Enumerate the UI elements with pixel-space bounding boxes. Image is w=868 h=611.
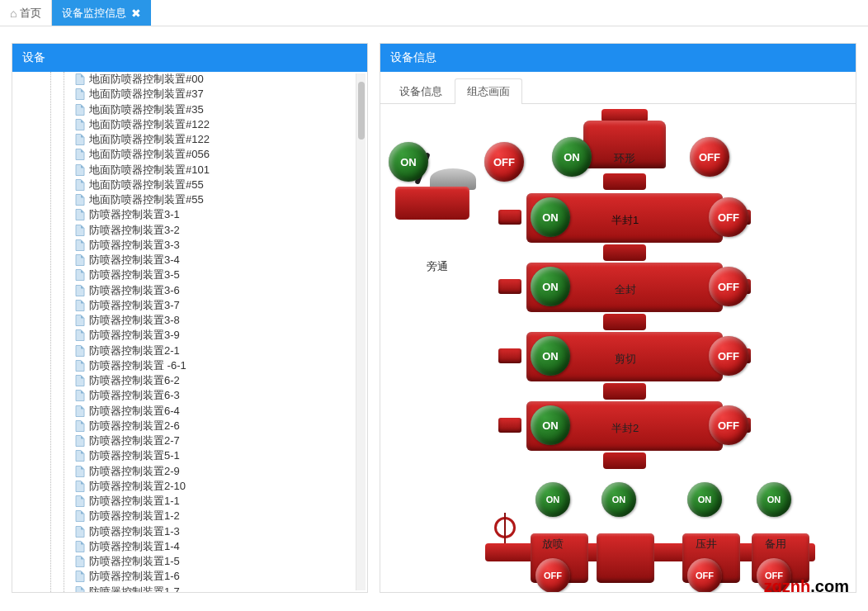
home-icon: ⌂ <box>10 7 17 20</box>
tree-item[interactable]: 防喷器控制装置3-3 <box>74 238 367 253</box>
file-icon <box>74 149 86 160</box>
tab-device-info[interactable]: 设备信息 <box>387 78 455 104</box>
tree-item[interactable]: 防喷器控制装置1-7 <box>74 585 367 593</box>
tree-item[interactable]: 防喷器控制装置3-1 <box>74 207 367 222</box>
tree-item[interactable]: 防喷器控制装置3-2 <box>74 223 367 238</box>
file-icon <box>74 345 86 357</box>
device-tree-body: 地面防喷器控制装置#00地面防喷器控制装置#37地面防喷器控制装置#35地面防喷… <box>12 72 367 592</box>
tree-item-label: 地面防喷器控制装置#35 <box>89 103 204 116</box>
manifold-center <box>597 533 654 583</box>
tree-item[interactable]: 防喷器控制装置2-6 <box>74 419 367 433</box>
tree-item[interactable]: 防喷器控制装置1-2 <box>74 509 367 523</box>
label-backup: 备用 <box>765 537 786 552</box>
close-icon[interactable]: ✖ <box>131 7 141 20</box>
tree-item[interactable]: 防喷器控制装置2-9 <box>74 464 367 479</box>
tree-item-label: 防喷器控制装置1-4 <box>89 540 180 553</box>
file-icon <box>74 104 86 116</box>
label-bypass: 旁通 <box>427 259 448 274</box>
blowout-on-button[interactable]: ON <box>535 482 570 517</box>
tree-item[interactable]: 地面防喷器控制装置#101 <box>74 163 367 178</box>
tree-item[interactable]: 地面防喷器控制装置#056 <box>74 147 367 162</box>
file-icon <box>74 586 86 592</box>
shear-on-button[interactable]: ON <box>531 336 570 376</box>
annular-on-button[interactable]: ON <box>552 137 592 177</box>
tree-item[interactable]: 防喷器控制装置3-5 <box>74 268 367 282</box>
tree-item-label: 防喷器控制装置3-3 <box>89 239 180 252</box>
tree-item-label: 防喷器控制装置3-7 <box>89 299 180 312</box>
tree-item-label: 防喷器控制装置2-7 <box>89 434 180 448</box>
full-on-button[interactable]: ON <box>531 267 570 306</box>
tree-item[interactable]: 地面防喷器控制装置#55 <box>74 178 367 192</box>
panel-device-info: 设备信息 设备信息 组态画面 ON OFF 旁通 环形 ON OFF <box>380 43 856 593</box>
half2-on-button[interactable]: ON <box>531 405 570 445</box>
tree-item[interactable]: 地面防喷器控制装置#35 <box>74 102 367 117</box>
nav-tab-monitor[interactable]: 设备监控信息 ✖ <box>52 0 151 26</box>
file-icon <box>74 134 86 145</box>
tree-item[interactable]: 防喷器控制装置3-8 <box>74 313 367 328</box>
file-icon <box>74 495 86 507</box>
tree-item[interactable]: 防喷器控制装置6-4 <box>74 404 367 419</box>
full-off-button[interactable]: OFF <box>709 267 748 306</box>
tree-item[interactable]: 防喷器控制装置1-6 <box>74 569 367 584</box>
tree-item[interactable]: 防喷器控制装置1-5 <box>74 554 367 569</box>
annular-off-button[interactable]: OFF <box>690 137 729 177</box>
half2-off-button[interactable]: OFF <box>709 405 748 445</box>
half1-on-button[interactable]: ON <box>531 197 570 237</box>
tree-item[interactable]: 地面防喷器控制装置#37 <box>74 87 367 102</box>
file-icon <box>74 466 86 477</box>
bypass-off-button[interactable]: OFF <box>484 142 524 182</box>
tree-item-label: 防喷器控制装置2-10 <box>89 480 186 493</box>
scrollbar[interactable] <box>356 73 366 590</box>
tab-hmi[interactable]: 组态画面 <box>455 78 522 104</box>
tree-item-label: 防喷器控制装置3-9 <box>89 329 180 342</box>
tree-item[interactable]: 防喷器控制装置3-7 <box>74 298 367 313</box>
tree-item[interactable]: 地面防喷器控制装置#122 <box>74 132 367 147</box>
tree-item[interactable]: 防喷器控制装置6-3 <box>74 388 367 403</box>
tree-item-label: 防喷器控制装置3-8 <box>89 314 180 327</box>
tree-item[interactable]: 防喷器控制装置2-1 <box>74 343 367 358</box>
tree-item[interactable]: 防喷器控制装置3-4 <box>74 253 367 268</box>
kill-off-button[interactable]: OFF <box>687 558 722 592</box>
tree-item-label: 防喷器控制装置2-9 <box>89 465 180 478</box>
file-icon <box>74 315 86 326</box>
tree-item[interactable]: 地面防喷器控制装置#122 <box>74 117 367 132</box>
tree-item[interactable]: 防喷器控制装置1-3 <box>74 524 367 539</box>
panel-info-body: 设备信息 组态画面 ON OFF 旁通 环形 ON OFF 半封1 <box>380 72 856 592</box>
tree-item-label: 防喷器控制装置1-2 <box>89 509 180 523</box>
nav-home-label: 首页 <box>20 6 41 21</box>
tree-item[interactable]: 防喷器控制装置2-10 <box>74 479 367 494</box>
file-icon <box>74 420 86 432</box>
tree-item[interactable]: 防喷器控制装置5-1 <box>74 448 367 463</box>
file-icon <box>74 269 86 281</box>
content: 设备 地面防喷器控制装置#00地面防喷器控制装置#37地面防喷器控制装置#35地… <box>0 26 868 609</box>
half1-off-button[interactable]: OFF <box>709 197 748 237</box>
tree-item[interactable]: 防喷器控制装置3-9 <box>74 328 367 343</box>
bypass-on-button[interactable]: ON <box>389 142 428 182</box>
tree-item[interactable]: 防喷器控制装置3-6 <box>74 283 367 298</box>
watermark: zgznh.com <box>764 577 849 592</box>
file-icon <box>74 164 86 176</box>
shear-off-button[interactable]: OFF <box>709 336 748 376</box>
kill-on-button[interactable]: ON <box>687 482 722 517</box>
tree-item[interactable]: 地面防喷器控制装置#55 <box>74 192 367 207</box>
tree-item-label: 地面防喷器控制装置#122 <box>89 133 210 146</box>
tree-item[interactable]: 地面防喷器控制装置#00 <box>74 72 367 87</box>
tree-item-label: 防喷器控制装置6-3 <box>89 389 180 402</box>
backup-on-button[interactable]: ON <box>757 482 791 517</box>
tree-item[interactable]: 防喷器控制装置6-2 <box>74 373 367 388</box>
file-icon <box>74 285 86 296</box>
tree-item[interactable]: 防喷器控制装置1-1 <box>74 494 367 509</box>
center-on-button[interactable]: ON <box>601 482 636 517</box>
file-icon <box>74 435 86 447</box>
device-tree[interactable]: 地面防喷器控制装置#00地面防喷器控制装置#37地面防喷器控制装置#35地面防喷… <box>12 72 367 592</box>
nav-home[interactable]: ⌂ 首页 <box>0 0 52 26</box>
tree-item[interactable]: 防喷器控制装置1-4 <box>74 539 367 554</box>
label-half2: 半封2 <box>611 421 639 436</box>
blowout-off-button[interactable]: OFF <box>535 558 570 592</box>
tree-item[interactable]: 防喷器控制装置 -6-1 <box>74 358 367 373</box>
tree-item-label: 防喷器控制装置6-4 <box>89 405 180 418</box>
panel-devices: 设备 地面防喷器控制装置#00地面防喷器控制装置#37地面防喷器控制装置#35地… <box>12 43 368 593</box>
tree-item-label: 防喷器控制装置1-1 <box>89 495 180 508</box>
tree-item[interactable]: 防喷器控制装置2-7 <box>74 433 367 448</box>
panel-devices-title: 设备 <box>12 44 367 72</box>
